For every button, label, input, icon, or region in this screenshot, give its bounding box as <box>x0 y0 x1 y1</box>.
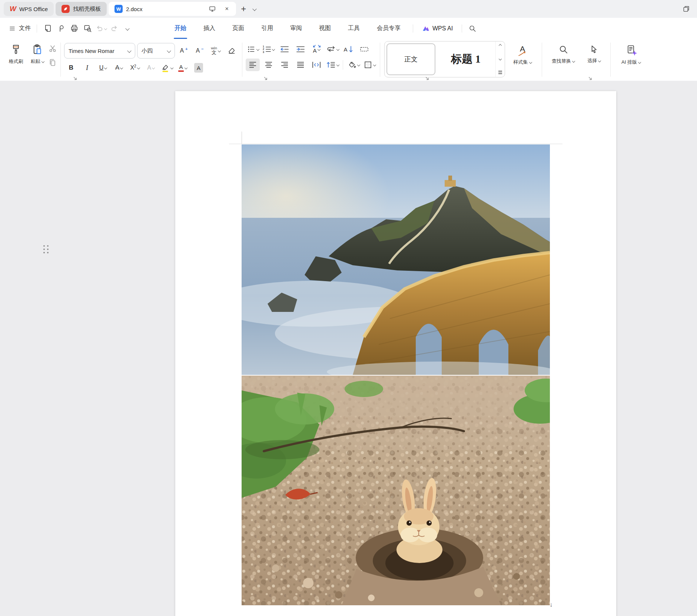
sort-button[interactable]: A <box>341 43 355 56</box>
wrap-text-button[interactable] <box>325 43 339 56</box>
close-tab-icon[interactable]: × <box>221 3 232 14</box>
tab-label: 2.docx <box>126 6 203 12</box>
print-preview-button[interactable] <box>81 23 94 34</box>
drag-handle[interactable] <box>43 245 49 253</box>
bold-button[interactable]: B <box>64 61 78 74</box>
redo-button[interactable] <box>107 23 121 34</box>
justify-button[interactable] <box>293 59 308 71</box>
style-scroll-up[interactable] <box>499 44 502 47</box>
eraser-icon <box>227 46 236 55</box>
underline-button[interactable]: U <box>96 61 110 74</box>
wps-ai-logo-icon <box>422 25 430 32</box>
cut-button[interactable] <box>48 44 57 54</box>
increase-font-button[interactable]: A+ <box>177 44 191 57</box>
format-painter-label: 格式刷 <box>9 58 23 65</box>
new-tab-button[interactable]: + <box>238 3 249 14</box>
show-marks-button[interactable] <box>357 43 371 56</box>
style-heading1[interactable]: 标题 1 <box>436 41 495 77</box>
paragraph-dialog-launcher-icon[interactable] <box>425 77 429 80</box>
tab-list-dropdown[interactable] <box>249 3 260 14</box>
letter: A <box>180 47 184 54</box>
superscript-button[interactable]: X2 <box>128 61 142 74</box>
menu-item-view[interactable]: 视图 <box>311 18 339 39</box>
styles-dialog-launcher-icon[interactable] <box>588 77 592 80</box>
wps-ai-label: WPS AI <box>432 25 453 32</box>
strikethrough-button[interactable]: A <box>112 61 126 74</box>
style-scroll-down[interactable] <box>499 57 502 60</box>
line-spacing-button[interactable] <box>325 59 339 71</box>
output-button[interactable] <box>54 23 67 34</box>
align-right-button[interactable] <box>278 59 292 71</box>
rabbit-in-burrow-photo[interactable] <box>242 376 550 605</box>
copy-button[interactable] <box>48 58 57 69</box>
screen-share-icon[interactable] <box>207 3 218 14</box>
print-button[interactable] <box>67 23 81 34</box>
font-color-button[interactable]: A <box>176 61 190 74</box>
tab-docer-templates[interactable]: 找稻壳模板 <box>56 2 107 16</box>
bullet-list-button[interactable] <box>246 43 260 56</box>
doc-icon-letter: W <box>116 6 121 12</box>
tab-bar: W WPS Office 找稻壳模板 W 2.docx × + <box>0 0 697 18</box>
menu-item-review[interactable]: 审阅 <box>282 18 311 39</box>
clipboard-dialog-launcher-icon[interactable] <box>73 77 77 80</box>
shading-button[interactable] <box>346 59 361 71</box>
character-shading-button[interactable]: A <box>192 61 206 74</box>
search-icon[interactable] <box>466 23 479 34</box>
underline-glyph: U <box>99 64 104 71</box>
undo-button[interactable] <box>94 23 107 34</box>
quick-access-more-icon[interactable] <box>121 23 134 34</box>
menu-item-reference[interactable]: 引用 <box>253 18 282 39</box>
format-painter-button[interactable]: 格式刷 <box>5 41 27 83</box>
style-gallery-more[interactable] <box>498 71 502 74</box>
sort-arrow <box>349 45 353 53</box>
menu-item-tools[interactable]: 工具 <box>339 18 368 39</box>
font-size-select[interactable]: 小四 <box>137 43 175 59</box>
menu-item-home[interactable]: 开始 <box>166 18 195 39</box>
numbered-list-button[interactable]: 123 <box>262 43 276 56</box>
ai-layout-button[interactable]: AI 排版 <box>614 41 648 83</box>
align-left-button[interactable] <box>246 59 260 71</box>
file-menu[interactable]: 文件 <box>7 24 33 32</box>
tab-document-2docx[interactable]: W 2.docx × <box>109 2 236 16</box>
menu-item-insert[interactable]: 插入 <box>195 18 224 39</box>
pinyin-guide-button[interactable]: wén 文 <box>209 44 223 57</box>
menu-item-member[interactable]: 会员专享 <box>368 18 409 39</box>
align-center-button[interactable] <box>262 59 276 71</box>
text-effects-button[interactable]: A <box>144 61 158 74</box>
save-button[interactable] <box>41 23 54 34</box>
select-button[interactable]: 选择 <box>581 41 607 83</box>
clear-format-button[interactable] <box>225 44 239 57</box>
hamburger-icon <box>9 25 16 32</box>
italic-button[interactable]: I <box>80 61 94 74</box>
coastal-stone-bridge-photo[interactable] <box>242 144 550 375</box>
font-name-select[interactable]: Times New Romar <box>64 43 135 59</box>
highlight-color-button[interactable] <box>160 61 174 74</box>
restore-window-button[interactable] <box>681 3 692 14</box>
style-set-button[interactable]: A 样式集 <box>507 41 538 83</box>
decrease-font-button[interactable]: A− <box>193 44 207 57</box>
tab-wps-office[interactable]: W WPS Office <box>4 2 54 16</box>
text-direction-button[interactable]: A <box>309 43 323 56</box>
borders-icon <box>364 60 372 69</box>
format-painter-icon <box>10 44 21 56</box>
distribute-button[interactable] <box>309 59 323 71</box>
style-gallery: 正文 标题 1 <box>384 41 505 77</box>
font-dialog-launcher-icon[interactable] <box>264 77 268 80</box>
menu-item-wps-ai[interactable]: WPS AI <box>417 25 458 32</box>
style-set-icon: A <box>517 44 528 56</box>
increase-indent-button[interactable] <box>293 43 308 56</box>
text-boundary-line <box>229 144 562 144</box>
align-right-icon <box>280 60 289 69</box>
document-page[interactable]: ↓ <box>175 91 616 616</box>
minus-sign: − <box>201 47 203 51</box>
menu-item-page[interactable]: 页面 <box>224 18 253 39</box>
paste-button[interactable]: 粘贴 <box>27 41 48 83</box>
select-label: 选择 <box>587 57 597 64</box>
borders-button[interactable] <box>362 59 376 71</box>
find-replace-button[interactable]: 查找替换 <box>545 41 581 83</box>
style-normal[interactable]: 正文 <box>386 43 435 75</box>
justify-icon <box>296 60 305 69</box>
text-direction-icon: A <box>313 45 316 54</box>
character-shading-icon: A <box>194 63 203 73</box>
decrease-indent-button[interactable] <box>278 43 292 56</box>
